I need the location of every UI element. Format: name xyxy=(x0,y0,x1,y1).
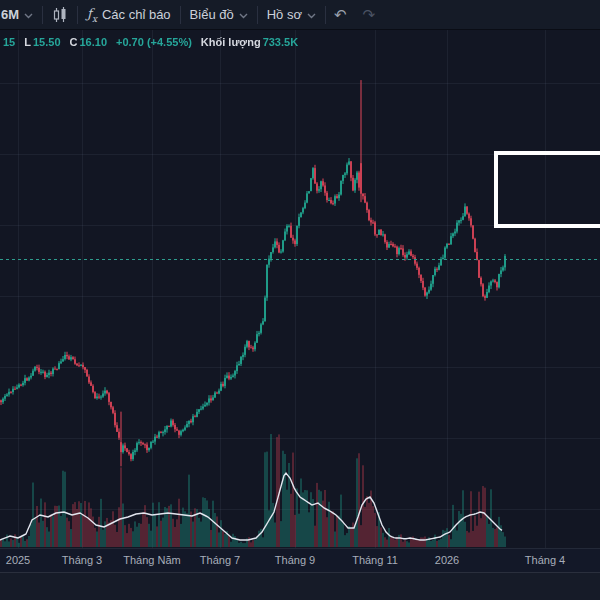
profile-menu-button[interactable]: Hồ sơ xyxy=(258,1,325,29)
time-axis-label: 2025 xyxy=(6,554,30,566)
redo-icon: ↷ xyxy=(363,6,376,24)
undo-icon: ↶ xyxy=(334,6,347,24)
time-axis-label: Tháng 11 xyxy=(352,554,398,566)
timeframe-button[interactable]: 6M xyxy=(0,1,42,29)
time-axis-label: Tháng Năm xyxy=(123,554,180,566)
candlestick-icon xyxy=(52,6,68,24)
bottom-bar xyxy=(0,572,600,600)
chart-menu-button[interactable]: Biểu đồ xyxy=(181,1,257,29)
legend-token: C16.10 xyxy=(70,36,107,48)
rectangle-annotation[interactable] xyxy=(494,151,600,228)
time-axis-label: Tháng 4 xyxy=(525,554,565,566)
profile-menu-label: Hồ sơ xyxy=(267,7,302,22)
price-chart-canvas[interactable] xyxy=(0,0,600,600)
legend-token: 15 xyxy=(3,36,15,48)
chevron-down-icon xyxy=(24,13,33,19)
undo-button[interactable]: ↶ xyxy=(326,1,355,29)
time-axis-label: Tháng 7 xyxy=(200,554,240,566)
legend-token: Khối lượng733.5K xyxy=(201,36,298,48)
time-axis-label: Tháng 9 xyxy=(275,554,315,566)
time-axis-label: Tháng 3 xyxy=(62,554,102,566)
chart-toolbar: 6M ƒx Các chỉ báo Biểu đồ Hồ sơ ↶ ↷ xyxy=(0,0,600,30)
chevron-down-icon xyxy=(239,13,248,19)
redo-button[interactable]: ↷ xyxy=(355,1,384,29)
chevron-down-icon xyxy=(307,13,316,19)
time-axis-label: 2026 xyxy=(435,554,459,566)
fx-icon: ƒx xyxy=(87,6,97,24)
indicators-button[interactable]: ƒx Các chỉ báo xyxy=(78,1,180,29)
time-axis[interactable]: 2025Tháng 3Tháng NămTháng 7Tháng 9Tháng … xyxy=(0,548,600,573)
chart-menu-label: Biểu đồ xyxy=(190,7,234,22)
timeframe-label: 6M xyxy=(1,7,19,22)
chart-style-button[interactable] xyxy=(43,1,77,29)
trading-chart-app: 6M ƒx Các chỉ báo Biểu đồ Hồ sơ ↶ ↷ xyxy=(0,0,600,600)
indicators-label: Các chỉ báo xyxy=(102,7,171,22)
legend-token: L15.50 xyxy=(24,36,60,48)
legend-token: +0.70 (+4.55%) xyxy=(116,36,192,48)
ohlc-legend[interactable]: 15L15.50C16.10+0.70 (+4.55%)Khối lượng73… xyxy=(3,36,298,48)
